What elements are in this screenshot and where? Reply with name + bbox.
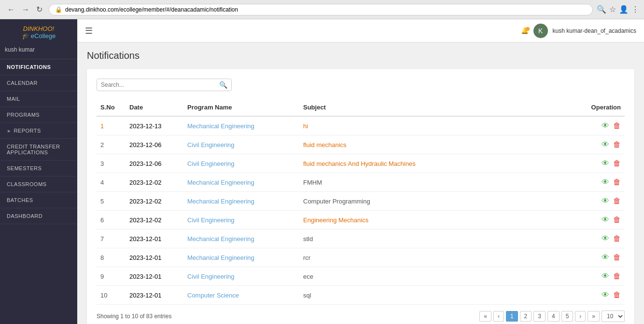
notifications-card: 🔍 S.No Date Program Name Subject Operati… <box>87 69 634 324</box>
view-button[interactable]: 👁 <box>602 122 609 130</box>
date-cell: 2023-12-02 <box>126 173 183 192</box>
sidebar-item-credit-transfer[interactable]: CREDIT TRANSFER APPLICATIONS <box>0 139 77 161</box>
program-link[interactable]: Mechanical Engineering <box>187 235 254 243</box>
program-link[interactable]: Civil Engineering <box>187 216 235 224</box>
subject-link[interactable]: hi <box>303 122 308 130</box>
logo-ecollege: 🎓 eCollege <box>5 32 72 40</box>
operation-cell: 👁🗑 <box>576 116 625 135</box>
chevron-right-icon: ► <box>7 128 12 134</box>
sidebar-item-calendar[interactable]: CALENDAR <box>0 75 77 91</box>
sidebar-item-dashboard[interactable]: Dashboard <box>0 208 77 224</box>
view-button[interactable]: 👁 <box>602 140 609 149</box>
program-link[interactable]: Mechanical Engineering <box>187 254 254 261</box>
delete-button[interactable]: 🗑 <box>613 159 621 168</box>
view-button[interactable]: 👁 <box>602 253 609 262</box>
logo-dinkhoo-text: DINKHOO! <box>23 25 54 32</box>
delete-button[interactable]: 🗑 <box>613 197 621 205</box>
table-row: 22023-12-06Civil Engineeringfluid mechan… <box>97 135 625 154</box>
view-button[interactable]: 👁 <box>602 159 609 168</box>
page-5-button[interactable]: 5 <box>561 311 574 322</box>
sidebar-item-mail[interactable]: MAIL <box>0 91 77 107</box>
forward-button[interactable]: → <box>19 4 32 15</box>
operation-cell: 👁🗑 <box>576 248 625 267</box>
page-1-button[interactable]: 1 <box>506 311 518 322</box>
delete-button[interactable]: 🗑 <box>613 253 621 262</box>
url-bar[interactable]: 🔒 <box>49 4 593 15</box>
sidebar-item-notifications[interactable]: NOTIFICATIONS <box>0 59 77 75</box>
subject-link[interactable]: Engineering Mechanics <box>303 216 368 224</box>
table-row: 102023-12-01Computer Sciencesql👁🗑 <box>97 286 625 305</box>
program-link[interactable]: Mechanical Engineering <box>187 122 254 130</box>
program-link[interactable]: Civil Engineering <box>187 141 235 148</box>
subject-link[interactable]: fluid mechanics And Hydraulic Machines <box>303 160 416 167</box>
prev-page-button[interactable]: ‹ <box>493 311 504 322</box>
subject-cell: ece <box>299 267 576 286</box>
bell-button[interactable]: 🔔 <box>521 27 529 34</box>
date-cell: 2023-12-01 <box>126 248 183 267</box>
app-container: DINKHOO! 🎓 eCollege kush kumar NOTIFICAT… <box>0 19 644 324</box>
operation-cell: 👁🗑 <box>576 192 625 211</box>
delete-button[interactable]: 🗑 <box>613 272 621 281</box>
avatar: K <box>533 24 548 38</box>
hat-icon: 🎓 <box>22 32 29 40</box>
delete-button[interactable]: 🗑 <box>613 234 621 243</box>
sno-link[interactable]: 1 <box>100 122 104 130</box>
browser-bar: ← → ↻ 🔒 🔍 ☆ 👤 ⋮ <box>0 0 644 19</box>
program-link[interactable]: Mechanical Engineering <box>187 179 254 186</box>
program-link[interactable]: Civil Engineering <box>187 160 235 167</box>
table-row: 12023-12-13Mechanical Engineeringhi👁🗑 <box>97 116 625 135</box>
sidebar-item-reports[interactable]: ► REPORTS <box>0 123 77 139</box>
view-button[interactable]: 👁 <box>602 178 609 187</box>
table-row: 52023-12-02Mechanical EngineeringCompute… <box>97 192 625 211</box>
hamburger-button[interactable]: ☰ <box>85 26 93 36</box>
main-content: ☰ 🔔 K kush kumar-dean_of_acadamics Notif… <box>77 19 644 324</box>
table-row: 42023-12-02Mechanical EngineeringFMHM👁🗑 <box>97 173 625 192</box>
back-button[interactable]: ← <box>5 4 17 15</box>
profile-icon[interactable]: 👤 <box>619 5 629 14</box>
bookmark-icon[interactable]: ☆ <box>609 5 616 14</box>
page-content: Notifications 🔍 S.No Date Program Name S… <box>77 42 644 324</box>
sidebar-item-classrooms[interactable]: CLASSROOMS <box>0 176 77 192</box>
sidebar-logo: DINKHOO! 🎓 eCollege <box>0 19 77 43</box>
next-page-button[interactable]: › <box>575 311 586 322</box>
program-link[interactable]: Mechanical Engineering <box>187 198 254 205</box>
sidebar-item-semesters[interactable]: SEMESTERS <box>0 161 77 176</box>
program-link[interactable]: Civil Engineering <box>187 273 235 280</box>
bell-badge <box>526 27 530 31</box>
delete-button[interactable]: 🗑 <box>613 216 621 224</box>
view-button[interactable]: 👁 <box>602 272 609 281</box>
program-link[interactable]: Computer Science <box>187 292 239 299</box>
page-2-button[interactable]: 2 <box>520 311 532 322</box>
table-header: S.No Date Program Name Subject Operation <box>97 99 625 116</box>
pagination-row: Showing 1 to 10 of 83 entries « ‹ 1 2 3 … <box>97 310 625 322</box>
reload-button[interactable]: ↻ <box>34 4 45 15</box>
sno-cell: 4 <box>97 173 126 192</box>
search-input[interactable] <box>101 81 219 88</box>
per-page-select[interactable]: 10 25 50 <box>602 310 625 322</box>
search-bar[interactable]: 🔍 <box>97 79 232 91</box>
logo-ecollege-text: eCollege <box>31 32 56 40</box>
page-4-button[interactable]: 4 <box>547 311 560 322</box>
url-input[interactable] <box>65 6 587 13</box>
view-button[interactable]: 👁 <box>602 291 609 299</box>
view-button[interactable]: 👁 <box>602 216 609 224</box>
first-page-button[interactable]: « <box>479 311 491 322</box>
zoom-icon[interactable]: 🔍 <box>597 5 606 14</box>
delete-button[interactable]: 🗑 <box>613 140 621 149</box>
sidebar-item-programs[interactable]: PROGRAMS <box>0 107 77 123</box>
view-button[interactable]: 👁 <box>602 197 609 205</box>
sidebar-item-batches[interactable]: BATCHES <box>0 192 77 208</box>
sno-cell: 3 <box>97 154 126 173</box>
page-3-button[interactable]: 3 <box>533 311 546 322</box>
subject-cell: Computer Programming <box>299 192 576 211</box>
delete-button[interactable]: 🗑 <box>613 122 621 130</box>
subject-link[interactable]: fluid mechanics <box>303 141 347 148</box>
date-cell: 2023-12-02 <box>126 192 183 211</box>
operation-cell: 👁🗑 <box>576 230 625 248</box>
sno-cell: 6 <box>97 211 126 230</box>
delete-button[interactable]: 🗑 <box>613 178 621 187</box>
delete-button[interactable]: 🗑 <box>613 291 621 299</box>
view-button[interactable]: 👁 <box>602 234 609 243</box>
menu-icon[interactable]: ⋮ <box>631 5 639 14</box>
last-page-button[interactable]: » <box>588 311 600 322</box>
